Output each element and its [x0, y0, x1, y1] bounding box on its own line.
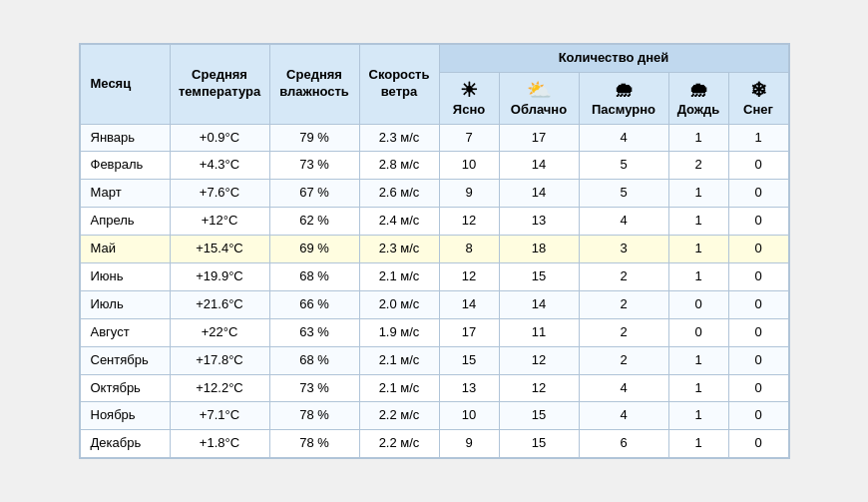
table-cell: 0 [668, 290, 728, 318]
table-cell: 2 [579, 263, 668, 291]
table-cell: 3 [579, 236, 668, 263]
header-snow: ❄ Снег [728, 72, 788, 124]
table-cell: Октябрь [80, 374, 170, 402]
table-cell: 15 [499, 402, 579, 430]
table-cell: 0 [728, 430, 788, 458]
rain-label: Дождь [677, 102, 720, 119]
table-row: Январь+0.9°C79 %2.3 м/с717411 [80, 124, 788, 152]
table-cell: 73 % [269, 374, 359, 402]
header-cloudy: ⛅ Облачно [499, 72, 579, 124]
table-cell: 0 [728, 374, 788, 402]
table-cell: Май [80, 236, 170, 263]
table-cell: 1 [668, 124, 728, 152]
table-cell: +21.6°C [170, 290, 269, 318]
table-cell: +7.1°C [170, 402, 269, 430]
table-cell: 78 % [269, 402, 359, 430]
table-cell: +17.8°C [170, 346, 269, 374]
table-row: Июль+21.6°C66 %2.0 м/с1414200 [80, 290, 788, 318]
table-cell: 2 [668, 152, 728, 180]
table-cell: 67 % [269, 180, 359, 208]
table-cell: +1.8°C [170, 430, 269, 458]
table-cell: Июль [80, 290, 170, 318]
table-cell: 2 [579, 346, 668, 374]
cloudy-label: Облачно [508, 102, 571, 119]
table-cell: 7 [439, 124, 499, 152]
table-cell: 10 [439, 152, 499, 180]
table-cell: 0 [728, 263, 788, 291]
table-cell: 11 [499, 318, 579, 346]
table-cell: Ноябрь [80, 402, 170, 430]
table-cell: 18 [499, 236, 579, 263]
table-cell: Апрель [80, 208, 170, 236]
table-cell: 0 [728, 402, 788, 430]
table-cell: 66 % [269, 290, 359, 318]
table-cell: 12 [439, 208, 499, 236]
table-row: Декабрь+1.8°C78 %2.2 м/с915610 [80, 430, 788, 458]
table-cell: 2 [579, 290, 668, 318]
table-cell: +22°C [170, 318, 269, 346]
table-cell: +12.2°C [170, 374, 269, 402]
table-cell: 6 [579, 430, 668, 458]
table-cell: +4.3°C [170, 152, 269, 180]
cloudy-icon: ⛅ [508, 78, 571, 102]
table-cell: Январь [80, 124, 170, 152]
table-cell: 68 % [269, 263, 359, 291]
table-cell: 13 [499, 208, 579, 236]
header-avg-temp: Средняя температура [170, 44, 269, 124]
table-cell: 17 [439, 318, 499, 346]
table-cell: 14 [499, 290, 579, 318]
snow-icon: ❄ [737, 78, 780, 102]
table-cell: 63 % [269, 318, 359, 346]
table-cell: 2.3 м/с [359, 236, 439, 263]
table-cell: 0 [728, 318, 788, 346]
table-cell: 15 [499, 263, 579, 291]
table-cell: 10 [439, 402, 499, 430]
header-avg-humidity: Средняя влажность [269, 44, 359, 124]
table-cell: 8 [439, 236, 499, 263]
header-sunny: ☀ Ясно [439, 72, 499, 124]
table-cell: 0 [728, 152, 788, 180]
table-cell: 1 [668, 430, 728, 458]
header-overcast: 🌧 Пасмурно [579, 72, 668, 124]
header-days-count: Количество дней [439, 44, 788, 72]
table-cell: 68 % [269, 346, 359, 374]
table-cell: 0 [728, 180, 788, 208]
table-cell: Декабрь [80, 430, 170, 458]
table-cell: 1 [668, 263, 728, 291]
table-cell: 15 [439, 346, 499, 374]
table-cell: +7.6°C [170, 180, 269, 208]
header-month: Месяц [80, 44, 170, 124]
table-cell: 12 [499, 346, 579, 374]
table-row: Июнь+19.9°C68 %2.1 м/с1215210 [80, 263, 788, 291]
table-cell: 0 [728, 346, 788, 374]
header-rain: 🌧 Дождь [668, 72, 728, 124]
table-cell: 15 [499, 430, 579, 458]
table-cell: 2.4 м/с [359, 208, 439, 236]
table-cell: 1 [668, 180, 728, 208]
table-cell: 2.2 м/с [359, 402, 439, 430]
table-cell: 4 [579, 374, 668, 402]
table-cell: 2.1 м/с [359, 374, 439, 402]
header-wind-speed: Скорость ветра [359, 44, 439, 124]
table-cell: 1 [668, 374, 728, 402]
sunny-icon: ☀ [448, 78, 491, 102]
table-cell: 12 [499, 374, 579, 402]
table-body: Январь+0.9°C79 %2.3 м/с717411Февраль+4.3… [80, 124, 788, 458]
overcast-label: Пасмурно [588, 102, 660, 119]
table-cell: 1 [668, 236, 728, 263]
overcast-icon: 🌧 [588, 78, 660, 102]
table-cell: 0 [728, 290, 788, 318]
table-cell: Февраль [80, 152, 170, 180]
table-row: Октябрь+12.2°C73 %2.1 м/с1312410 [80, 374, 788, 402]
table-cell: 14 [499, 152, 579, 180]
table-cell: 12 [439, 263, 499, 291]
table-cell: 73 % [269, 152, 359, 180]
table-cell: Сентябрь [80, 346, 170, 374]
table-cell: +15.4°C [170, 236, 269, 263]
table-cell: 69 % [269, 236, 359, 263]
table-cell: 78 % [269, 430, 359, 458]
table-cell: 2.2 м/с [359, 430, 439, 458]
table-cell: 1 [728, 124, 788, 152]
table-cell: 2.3 м/с [359, 124, 439, 152]
table-cell: 79 % [269, 124, 359, 152]
